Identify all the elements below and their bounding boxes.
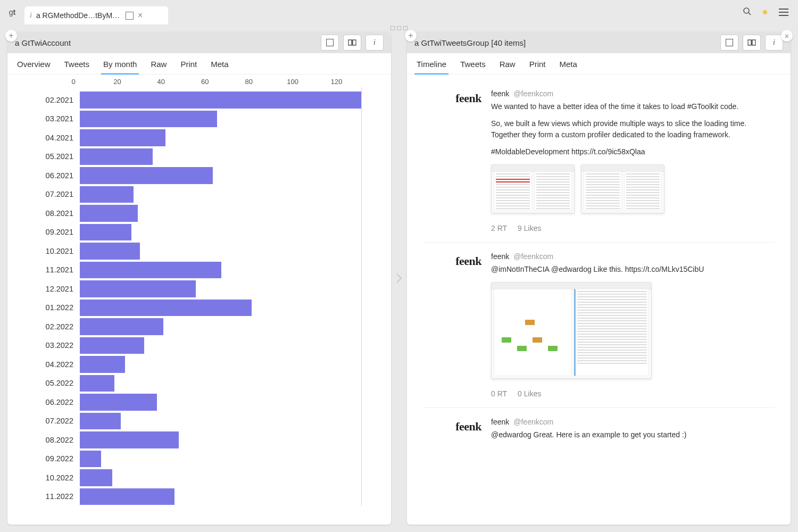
bar-row[interactable]: 12.2021 [15, 279, 380, 298]
bar-row[interactable]: 02.2022 [15, 317, 380, 336]
attachments [491, 282, 775, 379]
tweet-paragraph: @imNotInTheCIA @edwardog Like this. http… [491, 264, 775, 275]
pane-divider-chevron[interactable] [391, 32, 407, 525]
bar[interactable] [80, 337, 144, 354]
app-logo[interactable]: gt [0, 0, 24, 24]
add-pane-left-button[interactable]: + [5, 30, 17, 41]
left-pane: a GtTwiAccount i Overview Tweets By mont… [7, 32, 391, 525]
bar[interactable] [80, 205, 138, 222]
left-pane-body[interactable]: 020406080100120 02.202103.202104.202105.… [7, 74, 391, 525]
thumbnail[interactable] [581, 164, 664, 213]
bar[interactable] [80, 243, 140, 260]
bar-row[interactable]: 01.2022 [15, 298, 380, 318]
search-icon[interactable] [743, 7, 751, 18]
info-icon[interactable]: i [365, 35, 384, 51]
bar[interactable] [80, 488, 174, 505]
bar-row[interactable]: 05.2022 [15, 374, 380, 393]
bar[interactable] [80, 111, 217, 128]
bar-row[interactable]: 06.2021 [15, 166, 380, 185]
menu-icon[interactable] [779, 9, 788, 16]
tab-tweets[interactable]: Tweets [64, 60, 90, 74]
bar-row[interactable]: 02.2021 [15, 90, 380, 110]
tweet[interactable]: feenkfeenk@feenkcom@edwardog Great. Here… [423, 408, 775, 456]
bar-track [80, 147, 380, 167]
bar-label: 09.2022 [15, 454, 80, 463]
bar-row[interactable]: 05.2021 [15, 147, 380, 167]
bar[interactable] [80, 451, 101, 468]
thumbnail[interactable] [491, 282, 652, 379]
bar[interactable] [80, 129, 165, 146]
bar-row[interactable]: 09.2021 [15, 223, 380, 242]
bar[interactable] [80, 148, 153, 165]
tab-print-r[interactable]: Print [529, 60, 546, 74]
bar-row[interactable]: 08.2022 [15, 430, 380, 450]
bar-row[interactable]: 10.2022 [15, 468, 380, 487]
bar-row[interactable]: 06.2022 [15, 393, 380, 412]
bar-row[interactable]: 09.2022 [15, 450, 380, 469]
tab-tweets-r[interactable]: Tweets [460, 60, 486, 74]
bar-label: 03.2021 [15, 114, 80, 123]
tab-raw-r[interactable]: Raw [500, 60, 516, 74]
drag-handle-dots[interactable] [0, 24, 798, 32]
tab-raw[interactable]: Raw [151, 60, 167, 74]
thumbnail[interactable] [491, 164, 575, 213]
bar-row[interactable]: 04.2022 [15, 355, 380, 374]
bar-row[interactable]: 03.2021 [15, 110, 380, 129]
bar[interactable] [80, 356, 125, 373]
topbar-right [743, 0, 798, 24]
bar[interactable] [80, 167, 213, 184]
bar[interactable] [80, 431, 179, 448]
right-pane-body[interactable]: feenkfeenk@feenkcomWe wanted to have a b… [407, 74, 791, 525]
bar[interactable] [80, 92, 361, 109]
avatar[interactable]: feenk [455, 420, 481, 446]
bar-row[interactable]: 11.2021 [15, 261, 380, 280]
bar-row[interactable]: 07.2021 [15, 185, 380, 204]
maximize-button[interactable] [720, 35, 738, 51]
avatar[interactable]: feenk [455, 92, 481, 232]
close-pane-button[interactable]: × [781, 30, 793, 41]
tab-overview[interactable]: Overview [17, 60, 51, 74]
bar[interactable] [80, 224, 131, 241]
status-dot-icon[interactable] [763, 10, 767, 14]
bar[interactable] [80, 413, 121, 430]
bar[interactable] [80, 186, 134, 203]
tweet[interactable]: feenkfeenk@feenkcomWe wanted to have a b… [423, 80, 775, 243]
bar-chart: 020406080100120 02.202103.202104.202105.… [7, 74, 391, 517]
x-axis: 020406080100120 [15, 78, 380, 87]
book-icon[interactable] [343, 35, 361, 51]
bar[interactable] [80, 262, 221, 279]
maximize-tab-icon[interactable] [126, 12, 134, 20]
bar[interactable] [80, 300, 252, 317]
bar-row[interactable]: 11.2022 [15, 487, 380, 506]
window-tab[interactable]: i a RGMethodDe…tByMonthFor:) × [24, 6, 168, 24]
bar-row[interactable]: 07.2022 [15, 412, 380, 431]
bar[interactable] [80, 280, 196, 297]
book-icon[interactable] [743, 35, 761, 51]
maximize-button[interactable] [321, 35, 339, 51]
avatar[interactable]: feenk [455, 254, 481, 398]
tab-print[interactable]: Print [180, 60, 197, 74]
bar[interactable] [80, 375, 114, 392]
tweet-main: feenk@feenkcom@edwardog Great. Here is a… [491, 418, 775, 446]
bar-track [80, 374, 380, 393]
bar[interactable] [80, 318, 163, 335]
tweet-handle: @feenkcom [513, 252, 553, 261]
bar[interactable] [80, 469, 112, 486]
tab-meta[interactable]: Meta [211, 60, 228, 74]
tweet-head: feenk@feenkcom [491, 89, 775, 98]
bar-row[interactable]: 04.2021 [15, 128, 380, 147]
bar[interactable] [80, 394, 157, 411]
info-icon[interactable]: i [765, 35, 783, 51]
tab-meta-r[interactable]: Meta [560, 60, 577, 74]
tab-timeline[interactable]: Timeline [417, 60, 446, 74]
tab-by-month[interactable]: By month [103, 60, 137, 74]
add-pane-right-button[interactable]: + [405, 30, 417, 41]
bar-track [80, 223, 380, 242]
tweet[interactable]: feenkfeenk@feenkcom@imNotInTheCIA @edwar… [423, 243, 775, 408]
bar-row[interactable]: 10.2021 [15, 242, 380, 261]
close-tab-icon[interactable]: × [138, 11, 143, 20]
bar-row[interactable]: 03.2022 [15, 336, 380, 355]
bar-label: 01.2022 [15, 303, 80, 312]
bar-track [80, 110, 380, 129]
bar-row[interactable]: 08.2021 [15, 204, 380, 223]
